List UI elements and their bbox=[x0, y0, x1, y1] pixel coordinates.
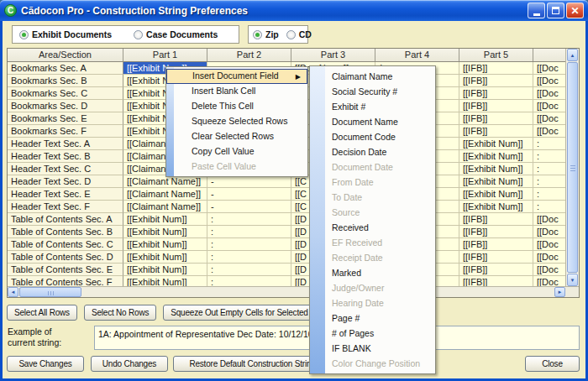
grid-cell[interactable]: [[Doc bbox=[533, 264, 565, 276]
column-header-part-5[interactable]: Part 5 bbox=[459, 49, 533, 61]
row-header-cell[interactable]: Bookmarks Sec. D bbox=[8, 100, 123, 112]
menu-item-exhibit[interactable]: Exhibit # bbox=[310, 100, 435, 115]
menu-item-document-name[interactable]: Document Name bbox=[310, 115, 435, 130]
maximize-button[interactable] bbox=[547, 3, 564, 18]
row-header-cell[interactable]: Bookmarks Sec. C bbox=[8, 87, 123, 100]
close-button[interactable]: Close bbox=[525, 356, 580, 372]
menu-item-copy-cell-value[interactable]: Copy Cell Value bbox=[166, 144, 307, 159]
minimize-button[interactable] bbox=[528, 3, 545, 18]
column-header-part-1[interactable]: Part 1 bbox=[123, 49, 207, 61]
row-header-cell[interactable]: Table of Contents Sec. D bbox=[8, 251, 123, 264]
grid-cell[interactable]: [[Exhibit Num]] bbox=[459, 150, 533, 163]
menu-item-marked[interactable]: Marked bbox=[310, 266, 435, 281]
row-header-cell[interactable]: Bookmarks Sec. F bbox=[8, 125, 123, 138]
scroll-left-icon[interactable]: ◄ bbox=[8, 287, 18, 297]
radio-cd[interactable]: CD bbox=[286, 29, 312, 39]
radio-exhibit-documents[interactable]: Exhibit Documents bbox=[19, 29, 112, 39]
select-all-rows-button[interactable]: Select All Rows bbox=[7, 305, 77, 321]
grid-cell[interactable]: - bbox=[207, 188, 291, 201]
grid-cell[interactable]: [[Doc bbox=[533, 276, 565, 286]
radio-zip[interactable]: Zip bbox=[253, 29, 279, 39]
grid-cell[interactable]: [[IFB]] bbox=[459, 226, 533, 238]
undo-changes-button[interactable]: Undo Changes bbox=[91, 356, 168, 372]
row-header-cell[interactable]: Header Text Sec. D bbox=[8, 175, 123, 188]
row-header-cell[interactable]: Header Text Sec. C bbox=[8, 163, 123, 175]
grid-cell[interactable]: [[Exhibit Num]] bbox=[459, 201, 533, 213]
grid-cell[interactable]: [[Exhibit Num]] bbox=[123, 264, 207, 276]
grid-cell[interactable]: [[Claimant Name]] bbox=[123, 175, 207, 188]
grid-cell[interactable]: [[Exhibit Num]] bbox=[459, 138, 533, 150]
menu-item-if-blank[interactable]: IF BLANK bbox=[310, 342, 435, 357]
menu-item-document-code[interactable]: Document Code bbox=[310, 130, 435, 145]
grid-cell[interactable]: : bbox=[207, 226, 291, 238]
grid-cell[interactable]: : bbox=[533, 163, 565, 175]
grid-cell[interactable]: : bbox=[207, 276, 291, 286]
grid-cell[interactable]: [[IFB]] bbox=[459, 87, 533, 100]
column-header-extra[interactable] bbox=[533, 49, 565, 61]
vertical-scroll-thumb[interactable] bbox=[567, 62, 578, 273]
save-changes-button[interactable]: Save Changes bbox=[7, 356, 84, 372]
grid-cell[interactable]: [[IFB]] bbox=[459, 75, 533, 87]
grid-cell[interactable]: [[IFB]] bbox=[459, 251, 533, 264]
menu-item-squeeze-selected-rows[interactable]: Squeeze Selected Rows bbox=[166, 114, 307, 129]
row-header-cell[interactable]: Table of Contents Sec. F bbox=[8, 276, 123, 286]
grid-cell[interactable]: [[IFB]] bbox=[459, 238, 533, 251]
grid-cell[interactable]: [[Doc bbox=[533, 75, 565, 87]
menu-item-social-security[interactable]: Social Security # bbox=[310, 85, 435, 100]
grid-cell[interactable]: [[IFB]] bbox=[459, 100, 533, 112]
menu-item-received[interactable]: Received bbox=[310, 221, 435, 236]
grid-cell[interactable]: [[Doc bbox=[533, 125, 565, 138]
grid-cell[interactable]: : bbox=[533, 138, 565, 150]
row-header-cell[interactable]: Header Text Sec. B bbox=[8, 150, 123, 163]
grid-cell[interactable]: [[IFB]] bbox=[459, 125, 533, 138]
grid-cell[interactable]: - bbox=[207, 201, 291, 213]
grid-cell[interactable]: [[IFB]] bbox=[459, 112, 533, 125]
column-header-part-2[interactable]: Part 2 bbox=[207, 49, 291, 61]
grid-cell[interactable]: [[Exhibit Num]] bbox=[123, 251, 207, 264]
grid-cell[interactable]: [[IFB]] bbox=[459, 276, 533, 286]
radio-case-documents[interactable]: Case Documents bbox=[134, 29, 218, 39]
grid-cell[interactable]: [[Exhibit Num]] bbox=[123, 238, 207, 251]
grid-cell[interactable]: [[IFB]] bbox=[459, 213, 533, 226]
menu-item-insert-blank-cell[interactable]: Insert Blank Cell bbox=[166, 84, 307, 99]
grid-cell[interactable]: [[Doc bbox=[533, 251, 565, 264]
grid-cell[interactable]: [[Doc bbox=[533, 87, 565, 100]
row-header-cell[interactable]: Table of Contents Sec. E bbox=[8, 264, 123, 276]
row-header-cell[interactable]: Header Text Sec. A bbox=[8, 138, 123, 150]
row-header-cell[interactable]: Bookmarks Sec. A bbox=[8, 62, 123, 75]
grid-cell[interactable]: - bbox=[207, 175, 291, 188]
grid-cell[interactable]: : bbox=[207, 251, 291, 264]
grid-cell[interactable]: [[Doc bbox=[533, 100, 565, 112]
grid-cell[interactable]: [[Doc bbox=[533, 226, 565, 238]
column-header-part-3[interactable]: Part 3 bbox=[291, 49, 375, 61]
titlebar[interactable]: C Cādocon Pro - Construction String Pref… bbox=[0, 0, 588, 21]
grid-cell[interactable]: [[Doc bbox=[533, 213, 565, 226]
menu-item-delete-this-cell[interactable]: Delete This Cell bbox=[166, 99, 307, 114]
horizontal-scroll-thumb[interactable] bbox=[19, 287, 81, 297]
scroll-right-icon[interactable]: ► bbox=[554, 287, 565, 297]
grid-cell[interactable]: [[Doc bbox=[533, 112, 565, 125]
grid-cell[interactable]: : bbox=[207, 213, 291, 226]
grid-cell[interactable]: [[Exhibit Num]] bbox=[123, 276, 207, 286]
vertical-scrollbar[interactable]: ▲ ▼ bbox=[565, 49, 579, 286]
row-header-cell[interactable]: Bookmarks Sec. B bbox=[8, 75, 123, 87]
horizontal-scrollbar[interactable]: ◄ ► bbox=[8, 286, 565, 297]
row-header-cell[interactable]: Header Text Sec. F bbox=[8, 201, 123, 213]
row-header-cell[interactable]: Table of Contents Sec. B bbox=[8, 226, 123, 238]
grid-cell[interactable]: : bbox=[533, 175, 565, 188]
menu-item-of-pages[interactable]: # of Pages bbox=[310, 326, 435, 342]
grid-cell[interactable]: [[Exhibit Num]] bbox=[123, 213, 207, 226]
grid-cell[interactable]: : bbox=[533, 188, 565, 201]
grid-cell[interactable]: [[Exhibit Num]] bbox=[459, 163, 533, 175]
menu-item-insert-document-field[interactable]: Insert Document Field▶ bbox=[166, 69, 307, 84]
row-header-cell[interactable]: Table of Contents Sec. A bbox=[8, 213, 123, 226]
menu-item-decision-date[interactable]: Decision Date bbox=[310, 145, 435, 160]
menu-item-claimant-name[interactable]: Claimant Name bbox=[310, 70, 435, 85]
grid-cell[interactable]: [[Exhibit Num]] bbox=[459, 175, 533, 188]
scroll-down-icon[interactable]: ▼ bbox=[567, 274, 578, 286]
grid-cell[interactable]: : bbox=[533, 201, 565, 213]
column-header-part-4[interactable]: Part 4 bbox=[375, 49, 459, 61]
grid-cell[interactable]: : bbox=[207, 238, 291, 251]
row-header-cell[interactable]: Bookmarks Sec. E bbox=[8, 112, 123, 125]
grid-cell[interactable]: [[IFB]] bbox=[459, 62, 533, 75]
